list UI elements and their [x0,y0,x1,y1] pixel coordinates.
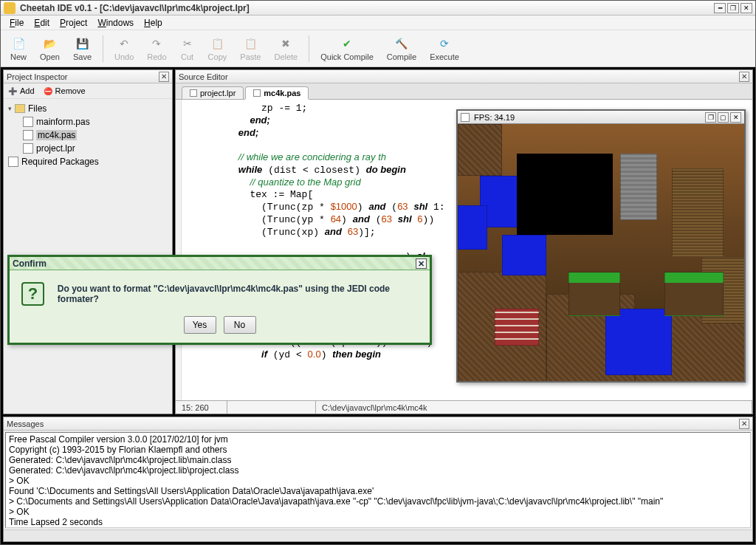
tree-file[interactable]: project.lpr [5,142,171,155]
quick-compile-button[interactable]: ✔Quick Compile [315,34,379,64]
close-button[interactable]: ✕ [740,3,752,13]
dialog-title-bar[interactable]: Confirm ✕ [10,257,430,270]
question-icon: ? [21,282,44,306]
no-button[interactable]: No [224,316,256,334]
menu-bar: File Edit Project Windows Help [1,16,755,30]
editor-status-bar: 15: 260 C:\dev\javavcl\lpr\mc4k\mc4k [176,400,752,414]
cut-icon: ✂ [180,36,195,51]
menu-edit[interactable]: Edit [30,16,54,30]
redo-icon: ↷ [149,36,164,51]
fps-title-bar[interactable]: FPS: 34.19 ❐ ▢ ✕ [458,111,744,124]
dialog-title: Confirm [13,258,416,269]
messages-panel: Messages✕ Free Pascal Compiler version 3… [3,417,753,542]
tree-file[interactable]: mc4k.pas [5,128,171,142]
save-button[interactable]: 💾Save [68,34,97,64]
compile-button[interactable]: 🔨Compile [382,34,422,64]
execute-button[interactable]: ⟳Execute [425,34,464,64]
restore-button[interactable]: ❐ [705,112,716,123]
compile-icon: 🔨 [394,36,409,51]
execute-icon: ⟳ [437,36,452,51]
dialog-message: Do you want to format "C:\dev\javavcl\lp… [58,284,418,304]
title-bar: Cheetah IDE v0.1 - [C:\dev\javavcl\lpr\m… [1,1,755,16]
menu-file[interactable]: File [5,16,28,30]
copy-button[interactable]: 📋Copy [203,34,233,64]
tab-mc4k[interactable]: mc4k.pas [245,86,309,99]
redo-button[interactable]: ↷Redo [142,34,171,64]
panel-close-button[interactable]: ✕ [159,72,169,82]
game-canvas[interactable] [458,124,744,381]
file-icon [8,157,18,167]
dialog-close-button[interactable]: ✕ [416,258,427,269]
add-button[interactable]: Add [8,86,35,95]
save-icon: 💾 [75,36,89,51]
maximize-button[interactable]: ❐ [727,3,739,13]
status-mode [227,401,316,414]
fps-title: FPS: 34.19 [474,113,704,122]
folder-open-icon: 📂 [42,36,57,51]
scrollbar[interactable] [4,529,752,541]
paste-button[interactable]: 📋Paste [235,34,266,64]
menu-help[interactable]: Help [140,16,167,30]
file-icon [253,89,261,97]
cut-button[interactable]: ✂Cut [175,34,200,64]
undo-icon: ↶ [117,36,131,51]
panel-title: Messages [7,419,739,428]
panel-close-button[interactable]: ✕ [739,72,749,82]
window-title: Cheetah IDE v0.1 - [C:\dev\javavcl\lpr\m… [20,3,714,13]
delete-icon: ✖ [278,36,293,51]
cursor-pos: 15: 260 [176,401,227,414]
panel-title: Source Editor [179,72,739,81]
yes-button[interactable]: Yes [184,316,216,334]
new-button[interactable]: 📄New [5,34,32,64]
check-icon: ✔ [340,36,354,51]
undo-button[interactable]: ↶Undo [109,34,139,64]
tree-required-packages[interactable]: Required Packages [5,155,171,168]
delete-button[interactable]: ✖Delete [269,34,303,64]
paste-icon: 📋 [243,36,258,51]
new-file-icon: 📄 [11,36,26,51]
file-icon [23,143,33,154]
tree-file[interactable]: mainform.pas [5,115,171,128]
confirm-dialog: Confirm ✕ ? Do you want to format "C:\de… [7,255,432,345]
menu-project[interactable]: Project [55,16,92,30]
project-inspector-panel: Project Inspector✕ Add Remove Files main… [3,69,173,414]
tab-project[interactable]: project.lpr [182,86,244,99]
messages-output[interactable]: Free Pascal Compiler version 3.0.0 [2017… [5,432,751,528]
menu-windows[interactable]: Windows [93,16,138,30]
tree-folder-files[interactable]: Files [5,102,171,115]
folder-icon [15,104,25,113]
file-path: C:\dev\javavcl\lpr\mc4k\mc4k [316,401,752,414]
project-tree: Files mainform.pas mc4k.pas project.lpr … [4,99,172,171]
copy-icon: 📋 [210,36,224,51]
close-button[interactable]: ✕ [730,112,741,123]
file-icon [23,130,33,140]
file-icon [23,117,33,127]
file-icon [190,89,197,97]
open-button[interactable]: 📂Open [35,34,65,64]
fps-window: FPS: 34.19 ❐ ▢ ✕ [456,109,746,383]
remove-button[interactable]: Remove [44,86,86,95]
app-logo-icon [4,2,16,14]
window-icon [461,113,470,122]
panel-close-button[interactable]: ✕ [739,419,749,429]
minimize-button[interactable]: ━ [714,3,726,13]
inspector-toolbar: Add Remove [4,83,172,99]
panel-title: Project Inspector [7,72,159,81]
editor-tabs: project.lpr mc4k.pas [176,83,752,100]
toolbar: 📄New 📂Open 💾Save ↶Undo ↷Redo ✂Cut 📋Copy … [1,30,755,67]
maximize-button[interactable]: ▢ [718,112,729,123]
